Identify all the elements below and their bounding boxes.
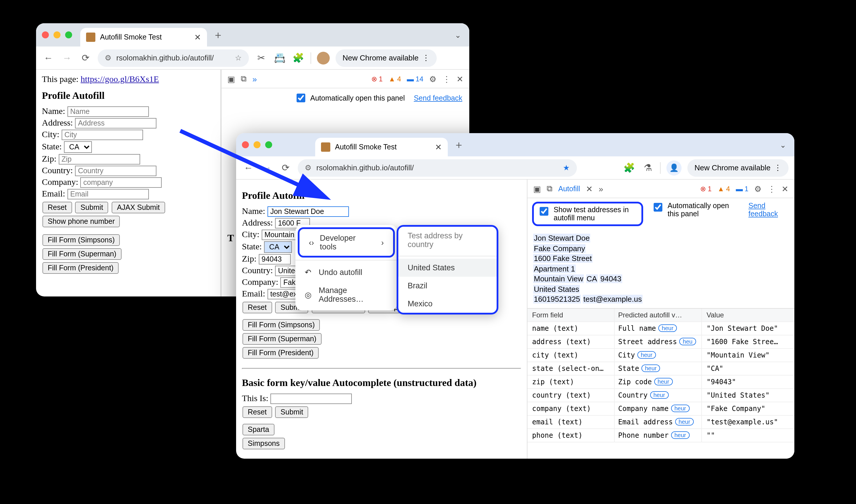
site-settings-icon[interactable]: ⚙	[105, 53, 112, 62]
show-phone-button[interactable]: Show phone number	[42, 216, 120, 227]
country-input[interactable]	[75, 166, 157, 176]
kebab-icon[interactable]: ⋮	[768, 184, 776, 193]
kebab-icon[interactable]: ⋮	[443, 74, 451, 84]
more-tabs-icon[interactable]: »	[252, 74, 257, 84]
tabs-menu-chevron-icon[interactable]: ⌄	[780, 140, 786, 149]
menu-item-undo-autofill[interactable]: ↶ Undo autofill	[296, 263, 397, 281]
error-count[interactable]: ⊗ 1	[371, 75, 382, 83]
message-count[interactable]: ▬ 14	[407, 75, 423, 83]
send-feedback-link[interactable]: Send feedback	[748, 202, 790, 218]
settings-gear-icon[interactable]: ⚙	[429, 74, 437, 84]
thisis-input[interactable]	[270, 394, 352, 404]
labs-flask-icon[interactable]: ⚗	[641, 162, 654, 173]
sparta-button[interactable]: Sparta	[243, 424, 274, 435]
table-row[interactable]: city (text)City heur"Mountain View"	[528, 349, 795, 362]
address-bar[interactable]: ⚙ rsolomakhin.github.io/autofill/ ★	[298, 159, 577, 176]
show-test-addresses-checkbox[interactable]	[540, 207, 548, 216]
simpsons-button[interactable]: Simpsons	[243, 438, 285, 449]
email-input[interactable]	[68, 189, 149, 199]
send-feedback-link[interactable]: Send feedback	[414, 94, 462, 102]
reset-button-2[interactable]: Reset	[243, 406, 272, 418]
more-tabs-icon[interactable]: »	[599, 184, 603, 193]
bookmark-star-icon[interactable]: ☆	[235, 53, 242, 62]
warning-count[interactable]: ▲ 4	[389, 75, 401, 83]
city-input[interactable]	[262, 230, 300, 240]
reset-button[interactable]: Reset	[243, 302, 272, 313]
submit-button[interactable]: Submit	[75, 202, 108, 213]
minimize-window-button[interactable]	[54, 31, 60, 38]
new-tab-button[interactable]: ＋	[213, 28, 223, 42]
bookmark-star-icon[interactable]: ★	[563, 163, 570, 172]
device-toggle-icon[interactable]: ⧉	[547, 184, 552, 194]
inspect-icon[interactable]: ▣	[533, 184, 541, 193]
this-page-link[interactable]: https://goo.gl/B6Xs1E	[81, 74, 159, 84]
inspect-icon[interactable]: ▣	[227, 74, 235, 84]
warning-count[interactable]: ▲ 4	[717, 184, 730, 193]
close-window-button[interactable]	[42, 31, 49, 38]
fill-simpsons-button[interactable]: Fill Form (Simpsons)	[243, 319, 320, 331]
close-devtools-icon[interactable]: ✕	[782, 184, 788, 193]
reload-button[interactable]: ⟳	[79, 52, 92, 64]
menu-item-mexico[interactable]: Mexico	[398, 295, 497, 313]
state-select[interactable]: CA	[264, 241, 292, 253]
company-label: Company:	[242, 277, 278, 287]
table-row[interactable]: name (text)Full name heur"Jon Stewart Do…	[528, 322, 795, 336]
extensions-puzzle-icon[interactable]: 🧩	[623, 162, 636, 173]
new-tab-button[interactable]: ＋	[453, 138, 464, 152]
ajax-submit-button[interactable]: AJAX Submit	[112, 202, 165, 213]
close-tab-icon[interactable]: ✕	[194, 33, 201, 42]
message-count[interactable]: ▬ 1	[736, 184, 748, 193]
menu-item-brazil[interactable]: Brazil	[398, 277, 497, 295]
reset-button[interactable]: Reset	[42, 202, 72, 213]
close-tab-icon[interactable]: ✕	[435, 142, 442, 152]
table-row[interactable]: phone (text)Phone number heur""	[528, 429, 795, 443]
table-row[interactable]: company (text)Company name heur"Fake Com…	[528, 402, 795, 416]
fill-president-button[interactable]: Fill Form (President)	[42, 262, 119, 274]
state-select[interactable]: CA	[64, 141, 92, 153]
table-row[interactable]: address (text)Street address heu"1600 Fa…	[528, 336, 795, 349]
forward-button[interactable]: →	[60, 53, 73, 63]
menu-item-developer-tools[interactable]: ‹›Developer tools ›	[298, 227, 395, 257]
address-input[interactable]	[75, 118, 157, 128]
extension-icon[interactable]: ✂	[255, 52, 268, 64]
close-tab-icon[interactable]: ✕	[586, 184, 593, 193]
name-input[interactable]	[267, 206, 349, 217]
menu-label: Mexico	[408, 299, 433, 308]
name-input[interactable]	[67, 106, 148, 117]
extensions-puzzle-icon[interactable]: 🧩	[292, 52, 305, 64]
city-input[interactable]	[61, 130, 143, 140]
new-chrome-chip[interactable]: New Chrome available ⋮	[336, 49, 437, 67]
fill-superman-button[interactable]: Fill Form (Superman)	[243, 333, 322, 345]
auto-open-checkbox[interactable]	[296, 94, 305, 102]
profile-avatar[interactable]	[317, 51, 330, 64]
device-toggle-icon[interactable]: ⧉	[241, 74, 247, 84]
table-row[interactable]: email (text)Email address heur"test@exam…	[528, 416, 795, 429]
cell-form-field: country (text)	[528, 389, 615, 402]
profile-avatar[interactable]: 👤	[666, 160, 681, 175]
fill-simpsons-button[interactable]: Fill Form (Simpsons)	[42, 234, 120, 246]
table-row[interactable]: state (select-on…State heur"CA"	[528, 362, 795, 376]
company-input[interactable]	[81, 177, 162, 188]
menu-item-united-states[interactable]: United States	[398, 259, 497, 277]
fill-president-button[interactable]: Fill Form (President)	[243, 347, 319, 359]
fill-superman-button[interactable]: Fill Form (Superman)	[42, 248, 122, 260]
table-row[interactable]: zip (text)Zip code heur"94043"	[528, 376, 795, 389]
autofill-tab[interactable]: Autofill	[558, 184, 580, 193]
browser-tab[interactable]: Autofill Smoke Test ✕	[80, 28, 207, 47]
zip-input[interactable]	[59, 154, 140, 164]
submit-button-2[interactable]: Submit	[275, 406, 308, 418]
menu-item-manage-addresses[interactable]: ◎ Manage Addresses…	[296, 281, 397, 308]
maximize-window-button[interactable]	[65, 31, 72, 38]
browser-tab[interactable]: Autofill Smoke Test ✕	[315, 138, 448, 156]
new-chrome-chip[interactable]: New Chrome available ⋮	[688, 159, 788, 176]
auto-open-checkbox[interactable]	[654, 203, 662, 212]
zip-input[interactable]	[259, 254, 291, 265]
table-row[interactable]: country (text)Country heur"United States…	[528, 389, 795, 402]
settings-gear-icon[interactable]: ⚙	[754, 184, 762, 193]
back-button[interactable]: ←	[42, 53, 55, 63]
extension-icon[interactable]: 📇	[273, 52, 286, 64]
error-count[interactable]: ⊗ 1	[700, 184, 712, 193]
close-devtools-icon[interactable]: ✕	[457, 74, 463, 84]
address-bar[interactable]: ⚙ rsolomakhin.github.io/autofill/ ☆	[98, 49, 249, 67]
tabs-menu-chevron-icon[interactable]: ⌄	[455, 31, 461, 39]
